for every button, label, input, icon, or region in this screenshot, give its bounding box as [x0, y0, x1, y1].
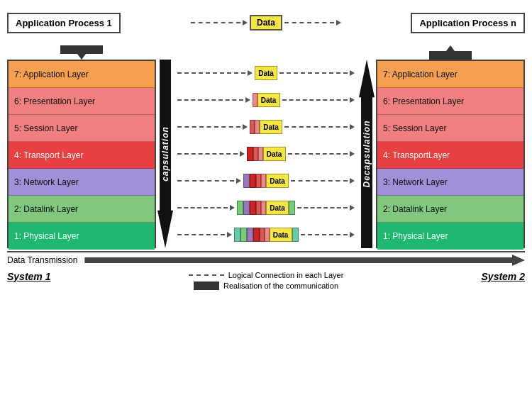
seg-r1d — [253, 228, 260, 242]
legend-row-1: Logical Connection in each Layer — [50, 271, 481, 279]
left-layer-3: 3: Network Layer — [9, 169, 155, 196]
bottom-section: Data Transmission System 1 Logical Conne… — [7, 250, 525, 292]
seg-r2c — [256, 174, 261, 188]
seg-r3e — [261, 201, 266, 215]
decapsulation-arrow: Decapsulation — [358, 60, 376, 248]
mid-row-1: Data — [177, 221, 355, 248]
seg-r1b — [250, 174, 256, 188]
seg-r2e — [260, 228, 265, 242]
seg-data-2: Data — [266, 201, 289, 215]
right-connector-bar — [429, 51, 472, 60]
arrow-right-4 — [350, 151, 355, 157]
mid-row-7: Data — [177, 60, 355, 87]
cap-down-arrow-bg — [157, 60, 173, 248]
dash-right-2 — [297, 207, 348, 208]
mid-content-6: Data — [177, 92, 355, 108]
diagram-outer: Application Process 1 Data Application P… — [7, 7, 525, 292]
dash-left-4 — [177, 153, 238, 155]
left-layer-7: 7: Application Layer — [9, 61, 155, 88]
dash-right-1 — [301, 234, 348, 235]
seg-p2 — [243, 201, 250, 215]
packet-2: Data — [237, 200, 295, 216]
arrow-1 — [227, 232, 232, 238]
arrow-right-7 — [350, 70, 355, 76]
mid-row-4: Data — [177, 140, 355, 167]
right-layer-7: 7: Application Layer — [377, 61, 523, 88]
right-layer-5: 5: Session Layer — [377, 115, 523, 142]
systems-legend-row: System 1 Logical Connection in each Laye… — [7, 271, 525, 292]
arrow-4 — [240, 151, 245, 157]
seg-data-6: Data — [257, 93, 280, 107]
top-arrow-right — [336, 20, 341, 26]
seg-r3b — [255, 120, 260, 134]
dash-left-7 — [177, 72, 245, 74]
dash-right-5 — [284, 126, 348, 128]
arrow-3 — [236, 178, 241, 184]
seg-g2 — [289, 201, 295, 215]
transmission-arrow — [84, 255, 525, 266]
seg-data-5: Data — [260, 120, 282, 134]
left-layer-2: 2: Datalink Layer — [9, 196, 155, 223]
mid-content-2: Data — [177, 200, 355, 216]
right-up-arrow — [446, 45, 455, 51]
transmission-label: Data Transmission — [7, 255, 77, 265]
packet-3: Data — [243, 173, 289, 189]
dash-right-6 — [282, 99, 348, 101]
seg-t2 — [292, 228, 299, 242]
arrow-right-5 — [350, 124, 355, 130]
right-osi-stack: 7: Application Layer 6: Presentation Lay… — [376, 60, 525, 248]
right-layer-6: 6: Presentation Layer — [377, 88, 523, 115]
legend-text-2: Realisation of the communication — [223, 281, 338, 290]
main-container: Application Process 1 Data Application P… — [0, 0, 532, 407]
left-down-arrow — [77, 54, 86, 60]
seg-r1c — [250, 201, 256, 215]
legend-text-1: Logical Connection in each Layer — [228, 271, 344, 279]
packet-6: Data — [253, 92, 280, 108]
mid-row-5: Data — [177, 113, 355, 140]
packet-4: Data — [247, 146, 286, 162]
stacks-and-middle: 7: Application Layer 6: Presentation Lay… — [7, 60, 525, 248]
left-connector-above — [7, 45, 156, 60]
left-layer-6: 6: Presentation Layer — [9, 88, 155, 115]
seg-r3 — [253, 93, 257, 107]
seg-t — [234, 228, 240, 242]
seg-r3f — [265, 228, 270, 242]
seg-g — [237, 201, 243, 215]
packet-1: Data — [234, 227, 299, 242]
dash-left-5 — [177, 126, 240, 128]
mid-row-6: Data — [177, 87, 355, 113]
cap-up-arrow-bg — [359, 60, 375, 248]
right-layer-2: 2: Datalink Layer — [377, 196, 523, 223]
dash-left-2 — [177, 207, 228, 208]
top-data-box: Data — [250, 15, 282, 30]
dash-left-1 — [177, 234, 225, 235]
packet-5: Data — [250, 119, 282, 135]
arrow-right-3 — [350, 178, 355, 184]
right-connector-above — [376, 45, 525, 60]
mid-content-5: Data — [177, 119, 355, 135]
transmission-row: Data Transmission — [7, 251, 525, 268]
app-process-1: Application Process 1 — [7, 13, 121, 33]
left-layer-1: 1: Physical Layer — [9, 223, 155, 250]
right-layer-3: 3: Network Layer — [377, 169, 523, 196]
arrow-2 — [230, 205, 235, 211]
seg-r1 — [247, 147, 253, 161]
mid-content-1: Data — [177, 227, 355, 242]
dash-right-3 — [291, 180, 348, 182]
left-layer-5: 5: Session Layer — [9, 115, 155, 142]
seg-data-7: Data — [255, 66, 277, 80]
left-connector-bar — [60, 45, 103, 54]
mid-row-2: Data — [177, 194, 355, 221]
system2-label: System 2 — [482, 271, 525, 282]
arrow-6 — [245, 97, 250, 103]
mid-content-4: Data — [177, 146, 355, 162]
top-process-row: Application Process 1 Data Application P… — [7, 7, 525, 38]
mid-content-3: Data — [177, 173, 355, 189]
dash-left-6 — [177, 99, 243, 101]
app-process-n: Application Process n — [411, 13, 525, 33]
above-stacks-row — [7, 38, 525, 60]
mid-content-7: Data — [177, 65, 355, 81]
arrow-right-1 — [350, 232, 355, 238]
top-dashed-line-left — [191, 22, 240, 23]
dash-left-3 — [177, 180, 234, 182]
